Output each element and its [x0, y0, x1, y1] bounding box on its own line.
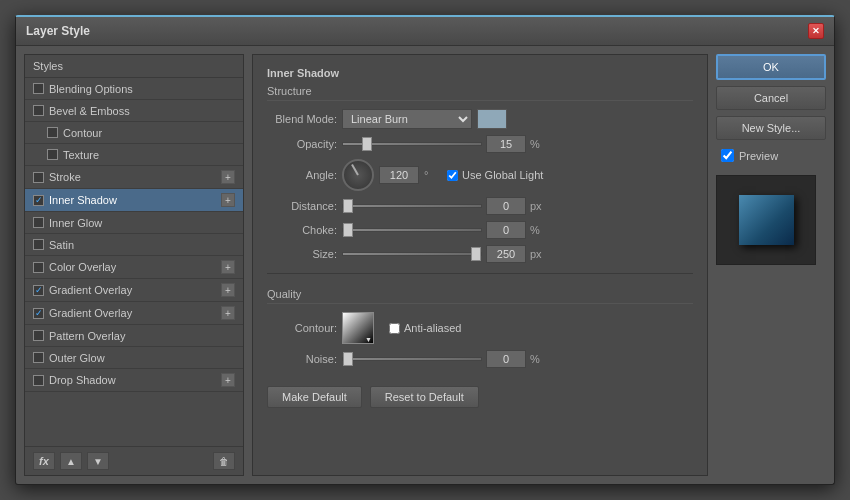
checkbox-outer_glow[interactable] — [33, 352, 44, 363]
sidebar-item-gradient_overlay1[interactable]: ✓Gradient Overlay+ — [25, 279, 243, 302]
checkbox-contour[interactable] — [47, 127, 58, 138]
size-row: Size: 250 px — [267, 245, 693, 263]
quality-subtitle: Quality — [267, 288, 693, 304]
layer-style-dialog: Layer Style ✕ Styles Blending OptionsBev… — [15, 15, 835, 485]
anti-aliased-text: Anti-aliased — [404, 322, 461, 334]
checkbox-bevel[interactable] — [33, 105, 44, 116]
choke-slider[interactable] — [342, 228, 482, 232]
sidebar-label-drop_shadow: Drop Shadow — [49, 374, 116, 386]
distance-input[interactable]: 0 — [486, 197, 526, 215]
angle-input[interactable]: 120 — [379, 166, 419, 184]
distance-label: Distance: — [267, 200, 337, 212]
checkbox-drop_shadow[interactable] — [33, 375, 44, 386]
choke-row: Choke: 0 % — [267, 221, 693, 239]
blend-mode-row: Blend Mode: Linear Burn Normal Multiply … — [267, 109, 693, 129]
titlebar: Layer Style ✕ — [16, 17, 834, 46]
angle-unit: ° — [424, 169, 442, 181]
sidebar-item-outer_glow[interactable]: Outer Glow — [25, 347, 243, 369]
sidebar-item-inner_shadow[interactable]: ✓Inner Shadow+ — [25, 189, 243, 212]
checkbox-stroke[interactable] — [33, 172, 44, 183]
move-down-button[interactable]: ▼ — [87, 452, 109, 470]
preview-checkbox[interactable] — [721, 149, 734, 162]
checkbox-color_overlay[interactable] — [33, 262, 44, 273]
size-input[interactable]: 250 — [486, 245, 526, 263]
opacity-row: Opacity: 15 % — [267, 135, 693, 153]
center-panel: Inner Shadow Structure Blend Mode: Linea… — [252, 54, 708, 476]
use-global-light-label[interactable]: Use Global Light — [447, 169, 543, 181]
checkbox-inner_shadow[interactable]: ✓ — [33, 195, 44, 206]
fx-button[interactable]: fx — [33, 452, 55, 470]
checkbox-inner_glow[interactable] — [33, 217, 44, 228]
add-btn-gradient_overlay1[interactable]: + — [221, 283, 235, 297]
separator — [267, 273, 693, 274]
cancel-button[interactable]: Cancel — [716, 86, 826, 110]
angle-indicator — [351, 164, 359, 175]
sidebar-item-bevel[interactable]: Bevel & Emboss — [25, 100, 243, 122]
opacity-label: Opacity: — [267, 138, 337, 150]
sidebar-item-blending[interactable]: Blending Options — [25, 78, 243, 100]
distance-row: Distance: 0 px — [267, 197, 693, 215]
sidebar-label-outer_glow: Outer Glow — [49, 352, 105, 364]
sidebar-label-bevel: Bevel & Emboss — [49, 105, 130, 117]
close-button[interactable]: ✕ — [808, 23, 824, 39]
ok-button[interactable]: OK — [716, 54, 826, 80]
noise-row: Noise: 0 % — [267, 350, 693, 368]
add-btn-gradient_overlay2[interactable]: + — [221, 306, 235, 320]
add-btn-inner_shadow[interactable]: + — [221, 193, 235, 207]
sidebar-item-satin[interactable]: Satin — [25, 234, 243, 256]
dialog-title: Layer Style — [26, 24, 90, 38]
contour-row: Contour: Anti-aliased — [267, 312, 693, 344]
preview-box — [716, 175, 816, 265]
action-buttons: Make Default Reset to Default — [267, 386, 693, 408]
checkbox-pattern_overlay[interactable] — [33, 330, 44, 341]
choke-input[interactable]: 0 — [486, 221, 526, 239]
sidebar-item-stroke[interactable]: Stroke+ — [25, 166, 243, 189]
contour-label: Contour: — [267, 322, 337, 334]
checkbox-gradient_overlay1[interactable]: ✓ — [33, 285, 44, 296]
size-slider[interactable] — [342, 252, 482, 256]
left-toolbar: fx ▲ ▼ 🗑 — [25, 446, 243, 475]
opacity-slider[interactable] — [342, 142, 482, 146]
add-btn-drop_shadow[interactable]: + — [221, 373, 235, 387]
sidebar-label-inner_glow: Inner Glow — [49, 217, 102, 229]
move-up-button[interactable]: ▲ — [60, 452, 82, 470]
noise-input[interactable]: 0 — [486, 350, 526, 368]
sidebar-item-contour[interactable]: Contour — [25, 122, 243, 144]
sidebar-label-blending: Blending Options — [49, 83, 133, 95]
anti-aliased-checkbox[interactable] — [389, 323, 400, 334]
sidebar-item-texture[interactable]: Texture — [25, 144, 243, 166]
add-btn-color_overlay[interactable]: + — [221, 260, 235, 274]
sidebar-label-pattern_overlay: Pattern Overlay — [49, 330, 125, 342]
blend-color-swatch[interactable] — [477, 109, 507, 129]
choke-label: Choke: — [267, 224, 337, 236]
sidebar-item-inner_glow[interactable]: Inner Glow — [25, 212, 243, 234]
checkbox-gradient_overlay2[interactable]: ✓ — [33, 308, 44, 319]
preview-row: Preview — [716, 146, 826, 165]
opacity-input[interactable]: 15 — [486, 135, 526, 153]
size-unit: px — [530, 248, 548, 260]
noise-slider[interactable] — [342, 357, 482, 361]
delete-button[interactable]: 🗑 — [213, 452, 235, 470]
angle-dial[interactable] — [342, 159, 374, 191]
styles-header: Styles — [25, 55, 243, 78]
checkbox-texture[interactable] — [47, 149, 58, 160]
add-btn-stroke[interactable]: + — [221, 170, 235, 184]
contour-preview[interactable] — [342, 312, 374, 344]
use-global-light-checkbox[interactable] — [447, 170, 458, 181]
new-style-button[interactable]: New Style... — [716, 116, 826, 140]
sidebar-item-pattern_overlay[interactable]: Pattern Overlay — [25, 325, 243, 347]
opacity-slider-container: 15 % — [342, 135, 693, 153]
anti-aliased-label[interactable]: Anti-aliased — [389, 322, 461, 334]
sidebar-item-drop_shadow[interactable]: Drop Shadow+ — [25, 369, 243, 392]
sidebar-item-color_overlay[interactable]: Color Overlay+ — [25, 256, 243, 279]
reset-to-default-button[interactable]: Reset to Default — [370, 386, 479, 408]
styles-list: Blending OptionsBevel & EmbossContourTex… — [25, 78, 243, 392]
checkbox-blending[interactable] — [33, 83, 44, 94]
choke-unit: % — [530, 224, 548, 236]
checkbox-satin[interactable] — [33, 239, 44, 250]
sidebar-label-gradient_overlay2: Gradient Overlay — [49, 307, 132, 319]
make-default-button[interactable]: Make Default — [267, 386, 362, 408]
blend-mode-select[interactable]: Linear Burn Normal Multiply Screen — [342, 109, 472, 129]
distance-slider[interactable] — [342, 204, 482, 208]
sidebar-item-gradient_overlay2[interactable]: ✓Gradient Overlay+ — [25, 302, 243, 325]
